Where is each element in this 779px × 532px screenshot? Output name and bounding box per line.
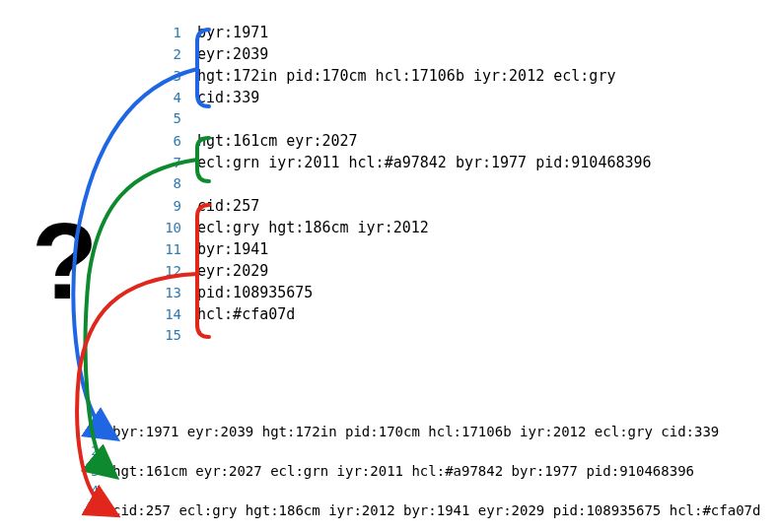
output-line-text: hgt:161cm eyr:2027 ecl:grn iyr:2011 hcl:… [112,463,694,479]
diagram-canvas: ? 1byr:19712eyr:20393hgt:172in pid:170cm… [0,0,779,532]
input-text-block: 1byr:19712eyr:20393hgt:172in pid:170cm h… [148,24,652,349]
input-line: 12eyr:2029 [148,262,652,284]
input-line-text: byr:1941 [197,240,268,258]
output-line: 1byr:1971 eyr:2039 hgt:172in pid:170cm h… [79,424,760,443]
input-line-number: 15 [148,327,197,343]
input-line-number: 4 [148,90,197,105]
output-line: 5cid:257 ecl:gry hgt:186cm iyr:2012 byr:… [79,502,760,522]
output-line-number: 3 [79,464,112,479]
output-line-text: cid:257 ecl:gry hgt:186cm iyr:2012 byr:1… [112,502,760,518]
input-line-text: ecl:gry hgt:186cm iyr:2012 [197,219,429,236]
input-line: 2eyr:2039 [148,45,652,67]
input-line-number: 7 [148,155,197,170]
input-line: 3hgt:172in pid:170cm hcl:17106b iyr:2012… [148,67,652,89]
input-line-number: 1 [148,25,197,40]
input-line: 10ecl:gry hgt:186cm iyr:2012 [148,219,652,240]
output-line-number: 2 [79,443,112,458]
input-line-text: cid:339 [197,89,259,106]
input-line-number: 2 [148,46,197,62]
question-mark: ? [32,207,98,315]
input-line-text: cid:257 [197,197,259,215]
input-line-number: 6 [148,133,197,149]
input-line-text: byr:1971 [197,24,268,41]
input-line-number: 14 [148,306,197,322]
output-line-number: 1 [79,425,112,439]
output-line-number: 4 [79,483,112,498]
input-line: 6hgt:161cm eyr:2027 [148,132,652,154]
input-line: 14hcl:#cfa07d [148,305,652,327]
input-line: 1byr:1971 [148,24,652,45]
input-line: 9cid:257 [148,197,652,219]
input-line-number: 11 [148,241,197,257]
output-line: 3hgt:161cm eyr:2027 ecl:grn iyr:2011 hcl… [79,463,760,483]
output-line: 4 [79,483,760,502]
input-line: 15 [148,327,652,349]
input-line-text: hcl:#cfa07d [197,305,295,323]
input-line-number: 13 [148,285,197,300]
input-line: 7ecl:grn iyr:2011 hcl:#a97842 byr:1977 p… [148,154,652,175]
input-line-number: 5 [148,110,197,126]
output-line: 2 [79,443,760,463]
output-line-text: byr:1971 eyr:2039 hgt:172in pid:170cm hc… [112,424,719,439]
input-line-number: 10 [148,220,197,235]
input-line-number: 9 [148,198,197,214]
input-line-text: ecl:grn iyr:2011 hcl:#a97842 byr:1977 pi… [197,154,652,171]
output-text-block: 1byr:1971 eyr:2039 hgt:172in pid:170cm h… [79,424,760,522]
input-line-number: 12 [148,263,197,279]
output-line-number: 5 [79,503,112,518]
input-line: 5 [148,110,652,132]
input-line: 11byr:1941 [148,240,652,262]
input-line-number: 8 [148,175,197,191]
input-line-number: 3 [148,68,197,84]
input-line: 8 [148,175,652,197]
input-line-text: eyr:2029 [197,262,268,280]
input-line: 13pid:108935675 [148,284,652,305]
input-line-text: pid:108935675 [197,284,313,301]
input-line-text: hgt:172in pid:170cm hcl:17106b iyr:2012 … [197,67,615,85]
input-line-text: eyr:2039 [197,45,268,63]
input-line: 4cid:339 [148,89,652,110]
input-line-text: hgt:161cm eyr:2027 [197,132,358,150]
